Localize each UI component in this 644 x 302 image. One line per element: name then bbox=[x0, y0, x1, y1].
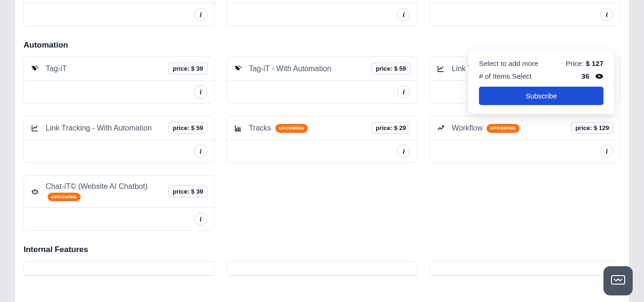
price-label: Price: bbox=[566, 59, 584, 67]
feature-name: Chat-iT© (Website AI Chatbot)UPCOMING bbox=[46, 181, 162, 202]
feature-card-tag-it[interactable]: Tag-iT price: $ 39 i bbox=[24, 57, 215, 104]
section-title-automation: Automation bbox=[24, 41, 620, 50]
feature-card-chat-it[interactable]: Chat-iT© (Website AI Chatbot)UPCOMING pr… bbox=[24, 175, 215, 231]
svg-point-6 bbox=[33, 191, 34, 192]
info-button[interactable]: i bbox=[194, 85, 207, 98]
feature-card-recommendations[interactable]: Recommendations price: $ 79 i bbox=[429, 0, 620, 26]
price-badge: price: $ 129 bbox=[571, 122, 613, 134]
feature-card[interactable] bbox=[227, 261, 418, 276]
feature-name: Workflow UPCOMING bbox=[452, 123, 564, 133]
feature-card[interactable] bbox=[429, 261, 620, 276]
eye-icon[interactable] bbox=[595, 73, 603, 80]
feature-card[interactable] bbox=[24, 261, 215, 276]
chat-widget-button[interactable] bbox=[603, 266, 633, 295]
main-content: i i i Custom Persona price: $ 79 i bbox=[15, 0, 629, 302]
feature-card-tracks[interactable]: Tracks UPCOMING price: $ 29 i bbox=[227, 116, 418, 163]
feature-name: Link Tracking - With Automation bbox=[46, 123, 162, 133]
feature-card-transfer[interactable]: Transfer price: $ 39 i bbox=[227, 0, 418, 26]
svg-rect-5 bbox=[33, 190, 37, 194]
tags-icon bbox=[31, 65, 39, 73]
info-button[interactable]: i bbox=[600, 145, 613, 158]
svg-rect-2 bbox=[236, 128, 237, 131]
feature-name: Tag-iT bbox=[46, 64, 162, 74]
trend-up-icon bbox=[437, 124, 445, 132]
info-button[interactable]: i bbox=[397, 8, 410, 21]
price-badge: price: $ 39 bbox=[168, 186, 207, 197]
feature-card-link-tracking-automation[interactable]: Link Tracking - With Automation price: $… bbox=[24, 116, 215, 163]
chart-line-icon bbox=[31, 124, 39, 132]
robot-icon bbox=[31, 188, 39, 196]
feature-card-tag-it-automation[interactable]: Tag-iT - With Automation price: $ 59 i bbox=[227, 57, 418, 104]
upcoming-badge: UPCOMING bbox=[275, 124, 308, 132]
chart-bar-icon bbox=[234, 124, 242, 132]
upcoming-badge: UPCOMING bbox=[487, 124, 520, 132]
items-count-label: # of Items Select bbox=[479, 72, 532, 80]
tags-icon bbox=[234, 65, 242, 73]
price-badge: price: $ 59 bbox=[168, 122, 207, 134]
svg-point-7 bbox=[35, 191, 36, 192]
upcoming-badge: UPCOMING bbox=[48, 193, 81, 201]
section-title-internal: Internal Features bbox=[24, 245, 620, 254]
info-button[interactable]: i bbox=[600, 8, 613, 21]
cart-summary-panel: Select to add more Price: $ 127 # of Ite… bbox=[469, 51, 614, 114]
items-count-value: 36 bbox=[581, 72, 589, 80]
price-value: $ 127 bbox=[586, 59, 603, 67]
info-button[interactable]: i bbox=[397, 85, 410, 98]
info-button[interactable]: i bbox=[194, 145, 207, 158]
feature-name: Tracks UPCOMING bbox=[249, 123, 365, 133]
feature-card-workflow[interactable]: Workflow UPCOMING price: $ 129 i bbox=[429, 116, 620, 163]
svg-rect-4 bbox=[239, 127, 240, 131]
price-badge: price: $ 39 bbox=[168, 63, 207, 74]
info-button[interactable]: i bbox=[194, 212, 207, 226]
svg-rect-3 bbox=[238, 127, 239, 131]
svg-rect-10 bbox=[611, 276, 625, 284]
feature-name: Tag-iT - With Automation bbox=[249, 64, 365, 74]
info-button[interactable]: i bbox=[397, 145, 410, 158]
chart-line-icon bbox=[437, 65, 445, 73]
subscribe-button[interactable]: Subscribe bbox=[479, 87, 603, 105]
price-badge: price: $ 59 bbox=[372, 63, 410, 74]
feature-card-custom-persona[interactable]: Custom Persona price: $ 79 i bbox=[24, 0, 215, 26]
svg-point-9 bbox=[599, 75, 600, 76]
price-badge: price: $ 29 bbox=[372, 122, 410, 134]
select-more-label: Select to add more bbox=[479, 59, 538, 67]
info-button[interactable]: i bbox=[194, 8, 207, 21]
